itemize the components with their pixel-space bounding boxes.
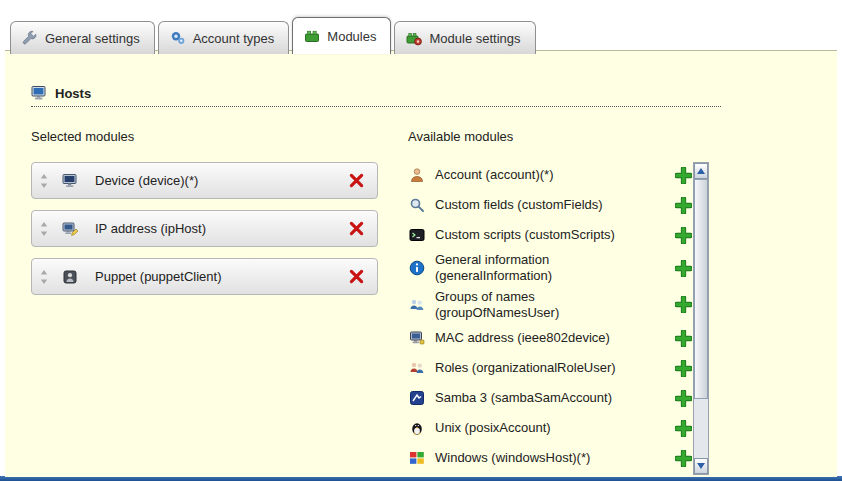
add-module-button[interactable] <box>674 389 693 408</box>
hosts-computer-icon <box>31 85 47 101</box>
remove-module-button[interactable] <box>346 218 367 239</box>
module-brick-icon <box>304 28 320 44</box>
available-module-label: General information (generalInformation) <box>435 252 661 285</box>
red-x-icon <box>348 268 365 285</box>
available-modules-heading: Available modules <box>408 129 709 144</box>
ip-address-icon <box>61 221 79 237</box>
available-module-row: Account (account)(*) <box>408 162 693 188</box>
add-module-button[interactable] <box>674 259 693 278</box>
red-x-icon <box>348 220 365 237</box>
terminal-icon <box>408 227 426 243</box>
add-module-button[interactable] <box>674 166 693 185</box>
available-module-row: Unix (posixAccount) <box>408 415 693 441</box>
available-module-row: Samba 3 (sambaSamAccount) <box>408 385 693 411</box>
green-plus-icon <box>675 197 692 214</box>
remove-module-button[interactable] <box>346 266 367 287</box>
green-plus-icon <box>675 390 692 407</box>
selected-module-label: IP address (ipHost) <box>95 221 206 236</box>
available-module-row: General information (generalInformation) <box>408 252 693 285</box>
puppet-icon <box>61 269 79 285</box>
device-icon <box>61 173 79 189</box>
tab-label: General settings <box>45 31 140 46</box>
available-module-label: MAC address (ieee802device) <box>435 330 661 346</box>
available-module-label: Custom fields (customFields) <box>435 197 661 213</box>
remove-module-button[interactable] <box>346 170 367 191</box>
windows-icon <box>408 450 426 466</box>
available-module-label: Groups of names (groupOfNamesUser) <box>435 289 661 322</box>
selected-module-row[interactable]: Puppet (puppetClient) <box>31 258 378 295</box>
drag-handle-icon[interactable] <box>40 174 48 188</box>
available-module-row: Custom fields (customFields) <box>408 192 693 218</box>
tab-label: Module settings <box>429 31 520 46</box>
available-modules-list: Account (account)(*) Custom fields (cust… <box>408 162 693 475</box>
group-icon <box>408 297 426 313</box>
account-icon <box>408 167 426 183</box>
green-plus-icon <box>675 167 692 184</box>
green-plus-icon <box>675 330 692 347</box>
green-plus-icon <box>675 450 692 467</box>
tab-module-settings[interactable]: Module settings <box>394 21 535 54</box>
green-plus-icon <box>675 420 692 437</box>
scroll-up-button[interactable] <box>694 163 708 179</box>
tab-account-types[interactable]: Account types <box>158 21 290 54</box>
wrench-icon <box>22 30 38 46</box>
scrollbar-track[interactable] <box>694 399 708 458</box>
available-module-label: Windows (windowsHost)(*) <box>435 450 661 466</box>
available-modules-column: Available modules Account (account)(*) <box>408 129 709 475</box>
green-plus-icon <box>675 227 692 244</box>
available-module-row: Groups of names (groupOfNamesUser) <box>408 289 693 322</box>
add-module-button[interactable] <box>674 359 693 378</box>
add-module-button[interactable] <box>674 295 693 314</box>
selected-module-label: Device (device)(*) <box>95 173 198 188</box>
available-module-label: Custom scripts (customScripts) <box>435 227 661 243</box>
section-title: Hosts <box>55 86 91 101</box>
green-plus-icon <box>675 296 692 313</box>
add-module-button[interactable] <box>674 449 693 468</box>
selected-modules-heading: Selected modules <box>31 129 378 144</box>
selected-modules-column: Selected modules Device (device)(*) <box>31 129 378 475</box>
hosts-section-heading: Hosts <box>31 85 721 107</box>
tab-bar: General settings Account types Modules M… <box>10 17 539 54</box>
red-x-icon <box>348 172 365 189</box>
green-plus-icon <box>675 260 692 277</box>
available-module-row: Roles (organizationalRoleUser) <box>408 355 693 381</box>
module-settings-icon <box>406 30 422 46</box>
tab-label: Modules <box>327 29 376 44</box>
tux-penguin-icon <box>408 420 426 436</box>
drag-handle-icon[interactable] <box>40 222 48 236</box>
drag-handle-icon[interactable] <box>40 270 48 284</box>
selected-module-row[interactable]: IP address (ipHost) <box>31 210 378 247</box>
modules-columns: Selected modules Device (device)(*) <box>31 129 837 475</box>
network-computer-icon <box>408 330 426 346</box>
scroll-down-button[interactable] <box>694 458 708 474</box>
tab-label: Account types <box>193 31 275 46</box>
add-module-button[interactable] <box>674 419 693 438</box>
modules-panel: Hosts Selected modules Device (device)(*… <box>5 50 837 477</box>
scrollbar[interactable] <box>693 162 709 475</box>
selected-module-label: Puppet (puppetClient) <box>95 269 221 284</box>
available-module-row: MAC address (ieee802device) <box>408 325 693 351</box>
available-module-label: Samba 3 (sambaSamAccount) <box>435 390 661 406</box>
info-icon <box>408 260 426 276</box>
green-plus-icon <box>675 360 692 377</box>
available-module-label: Roles (organizationalRoleUser) <box>435 360 661 376</box>
add-module-button[interactable] <box>674 226 693 245</box>
roles-icon <box>408 360 426 376</box>
selected-module-row[interactable]: Device (device)(*) <box>31 162 378 199</box>
gears-icon <box>170 30 186 46</box>
tab-modules[interactable]: Modules <box>292 17 391 54</box>
available-module-row: Custom scripts (customScripts) <box>408 222 693 248</box>
tab-general-settings[interactable]: General settings <box>10 21 155 54</box>
scrollbar-thumb[interactable] <box>694 179 708 399</box>
samba-icon <box>408 390 426 406</box>
scroll-up-arrow-icon <box>697 168 705 174</box>
magnifier-icon <box>408 197 426 213</box>
available-module-label: Account (account)(*) <box>435 167 661 183</box>
scroll-down-arrow-icon <box>697 463 705 469</box>
available-module-row: Windows (windowsHost)(*) <box>408 445 693 471</box>
available-module-label: Unix (posixAccount) <box>435 420 661 436</box>
add-module-button[interactable] <box>674 196 693 215</box>
add-module-button[interactable] <box>674 329 693 348</box>
